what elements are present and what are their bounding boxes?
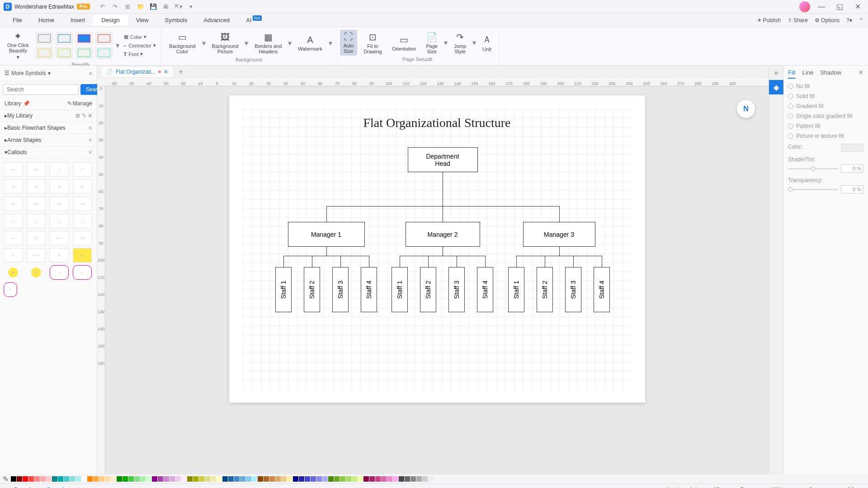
close-icon[interactable]: ✕ — [851, 2, 864, 11]
shade-slider[interactable] — [788, 168, 838, 169]
unit-button[interactable]: ＡUnit — [479, 32, 495, 54]
callout-shape[interactable]: ▭ — [27, 197, 46, 211]
color-swatch[interactable] — [199, 476, 204, 482]
close-panel-icon[interactable]: ✕ — [859, 69, 863, 79]
callout-shape[interactable]: ○— — [27, 248, 46, 263]
color-swatch[interactable] — [99, 476, 104, 482]
color-swatch[interactable] — [358, 476, 363, 482]
org-box-manager[interactable]: Manager 1 — [288, 222, 365, 247]
color-swatch[interactable] — [87, 476, 93, 482]
org-box-staff[interactable]: Staff 3 — [448, 267, 465, 312]
color-picker-icon[interactable]: ✎ — [3, 475, 9, 483]
symbol-search-input[interactable] — [3, 84, 79, 95]
shade-input[interactable] — [841, 164, 863, 173]
focus-button[interactable]: ◎ Focus — [734, 487, 755, 488]
borders-button[interactable]: ▦Borders and Headers — [251, 30, 285, 56]
minimize-icon[interactable]: — — [815, 2, 828, 11]
jump-style-more-icon[interactable]: ▾ — [472, 38, 476, 47]
callout-shape[interactable]: — — [4, 231, 23, 245]
add-tab-button[interactable]: + — [175, 66, 186, 77]
callout-shape[interactable]: ○ — [4, 282, 17, 297]
callout-shape[interactable]: ✦ — [4, 265, 23, 280]
gradient-fill-radio[interactable]: Gradient fill — [788, 103, 863, 109]
callout-shape[interactable]: ▭ — [27, 162, 46, 177]
color-swatch[interactable] — [222, 476, 228, 482]
layers-icon[interactable]: ◈ — [725, 487, 729, 488]
color-swatch[interactable] — [17, 476, 22, 482]
one-click-beautify-button[interactable]: ✦One Click Beautify▾ — [4, 29, 33, 62]
callout-shape[interactable]: ／ — [73, 162, 92, 177]
menu-home[interactable]: Home — [30, 14, 62, 26]
menu-ai[interactable]: AIhot — [238, 14, 270, 26]
org-box-staff[interactable]: Staff 2 — [304, 267, 320, 312]
color-swatch[interactable] — [416, 476, 422, 482]
color-swatch[interactable] — [93, 476, 99, 482]
menu-symbols[interactable]: Symbols — [157, 14, 196, 26]
color-swatch[interactable] — [258, 476, 263, 482]
canvas-scroll[interactable]: Flat Organizational Structure Department… — [105, 86, 769, 474]
jump-style-button[interactable]: ↷Jump Style — [450, 30, 470, 56]
save-icon[interactable]: 💾 — [150, 3, 157, 10]
page-size-more-icon[interactable]: ▾ — [444, 38, 448, 47]
callout-shape[interactable]: ▭ — [73, 231, 92, 245]
color-swatch[interactable] — [269, 476, 275, 482]
page-size-button[interactable]: 📄Page Size — [422, 30, 441, 56]
org-box-staff[interactable]: Staff 4 — [361, 267, 377, 312]
fill-tab[interactable]: Fill — [788, 69, 796, 79]
section-callouts[interactable]: ▾ Callouts✕ — [0, 146, 97, 159]
page-tab[interactable]: Page-1 — [47, 487, 65, 488]
color-swatch[interactable] — [381, 476, 387, 482]
color-swatch[interactable] — [11, 476, 16, 482]
zoom-out-button[interactable]: − — [789, 487, 793, 488]
manage-button[interactable]: ✎ Manage — [67, 100, 92, 107]
menu-view[interactable]: View — [128, 14, 157, 26]
callout-shape[interactable]: ／ — [50, 162, 69, 177]
color-picker[interactable] — [841, 144, 863, 152]
color-swatch[interactable] — [287, 476, 292, 482]
color-swatch[interactable] — [123, 476, 128, 482]
collapse-left-icon[interactable]: « — [89, 70, 92, 76]
presentation-icon[interactable]: ▷ — [760, 487, 764, 488]
color-swatch[interactable] — [175, 476, 181, 482]
close-section-icon[interactable]: ✕ — [88, 137, 92, 143]
color-swatch[interactable] — [240, 476, 245, 482]
color-swatch[interactable] — [217, 476, 222, 482]
orientation-button[interactable]: ▭Orientation — [388, 33, 420, 53]
callout-shape[interactable]: ◇ — [50, 179, 69, 194]
redo-icon[interactable]: ↷ — [112, 3, 119, 10]
callout-shape[interactable]: ◇ — [27, 231, 46, 245]
theme-4-button[interactable] — [95, 32, 113, 45]
ai-assistant-icon[interactable]: N — [737, 100, 755, 118]
pin-icon[interactable]: 📌 — [23, 100, 30, 107]
section-arrow-shapes[interactable]: ▸ Arrow Shapes✕ — [0, 134, 97, 146]
connector-dropdown[interactable]: ⌐ Connector▾ — [122, 42, 158, 49]
page-dropdown[interactable]: Page-1 ▾ — [14, 487, 36, 488]
color-swatch[interactable] — [363, 476, 369, 482]
org-box-staff[interactable]: Staff 2 — [537, 267, 553, 312]
org-box-staff[interactable]: Staff 3 — [565, 267, 581, 312]
options-button[interactable]: ⚙ Options — [815, 17, 840, 23]
color-swatch[interactable] — [64, 476, 69, 482]
auto-size-button[interactable]: ⛶Auto Size — [340, 30, 358, 56]
color-swatch[interactable] — [181, 476, 187, 482]
color-swatch[interactable] — [275, 476, 281, 482]
page-layout-icon[interactable]: ▭ — [5, 487, 9, 488]
callout-shape[interactable]: ▭ — [50, 197, 69, 211]
color-swatch[interactable] — [246, 476, 251, 482]
single-gradient-fill-radio[interactable]: Single color gradient fill — [788, 113, 863, 119]
color-swatch[interactable] — [299, 476, 304, 482]
bg-picture-more-icon[interactable]: ▾ — [245, 39, 248, 47]
callout-shape[interactable]: ▭ — [4, 162, 23, 177]
color-swatch[interactable] — [211, 476, 216, 482]
transparency-input[interactable] — [841, 185, 863, 193]
callout-shape[interactable]: ▭ — [73, 248, 92, 263]
org-box-staff[interactable]: Staff 1 — [508, 267, 524, 312]
document-tab[interactable]: 📄 Flat Organizati... ✕ — [102, 67, 173, 77]
page-setup-launcher-icon[interactable]: ⧉ — [429, 56, 432, 62]
expand-right-icon[interactable]: » — [769, 66, 783, 80]
transparency-slider[interactable] — [788, 189, 838, 190]
theme-8-button[interactable] — [95, 47, 113, 59]
color-swatch[interactable] — [128, 476, 134, 482]
color-swatch[interactable] — [316, 476, 322, 482]
theme-3-button[interactable] — [75, 32, 93, 45]
